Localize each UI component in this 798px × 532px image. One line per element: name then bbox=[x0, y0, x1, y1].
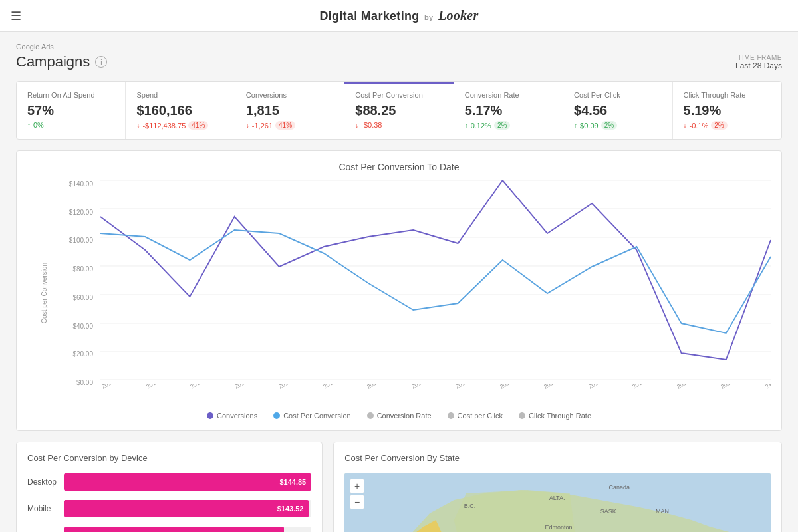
kpi-value: 1,815 bbox=[246, 103, 333, 118]
kpi-delta: ↑0% bbox=[27, 121, 114, 129]
kpi-delta: ↓-0.1% 2% bbox=[684, 121, 771, 130]
legend-cost-per-click[interactable]: Cost per Click bbox=[448, 412, 503, 420]
bar-value-mobile: $143.52 bbox=[277, 505, 304, 513]
kpi-value: 5.17% bbox=[465, 103, 552, 118]
bar-track-mobile: $143.52 bbox=[64, 500, 311, 517]
device-chart-section: Cost Per Conversion by Device Desktop $1… bbox=[16, 442, 323, 532]
bar-label-desktop: Desktop bbox=[27, 477, 64, 487]
kpi-card-spend[interactable]: Spend $160,166 ↓-$112,438.75 41% bbox=[126, 82, 235, 139]
line-chart-section: Cost Per Conversion To Date Cost per Con… bbox=[16, 150, 782, 431]
page-title: Campaigns i bbox=[16, 53, 107, 70]
map-label-man: MAN. bbox=[656, 508, 671, 515]
bar-track-desktop: $144.85 bbox=[64, 473, 311, 491]
page-content: Google Ads Campaigns i TIME FRAME Last 2… bbox=[0, 32, 798, 532]
map-label-edmonton: Edmonton bbox=[545, 524, 572, 531]
bottom-row: Cost Per Conversion by Device Desktop $1… bbox=[16, 442, 782, 532]
bar-row-mobile: Mobile $143.52 bbox=[27, 500, 311, 517]
chart-title: Cost Per Conversion To Date bbox=[27, 162, 771, 172]
time-frame: TIME FRAME Last 28 Days bbox=[735, 54, 782, 70]
kpi-delta: ↑$0.09 2% bbox=[574, 121, 661, 130]
kpi-delta: ↓-$0.38 bbox=[355, 121, 442, 129]
bar-fill-mobile: $143.52 bbox=[64, 500, 309, 517]
legend-conversion-rate[interactable]: Conversion Rate bbox=[367, 412, 432, 420]
kpi-card-conversion-rate[interactable]: Conversion Rate 5.17% ↑0.12% 2% bbox=[454, 82, 563, 139]
y-axis-label: Cost per Conversion bbox=[41, 263, 48, 323]
bar-row-tablet: Tablet $129.06 bbox=[27, 527, 311, 532]
app-title: Digital Marketing by Looker bbox=[319, 8, 478, 23]
kpi-card-click-through-rate[interactable]: Click Through Rate 5.19% ↓-0.1% 2% bbox=[673, 82, 781, 139]
map-placeholder: + − B.C. ALTA. SASK. MAN. Canada Edmonto… bbox=[344, 473, 771, 532]
kpi-label: Conversions bbox=[246, 91, 333, 99]
bar-value-desktop: $144.85 bbox=[279, 478, 306, 486]
map-section: Cost Per Conversion By State + bbox=[333, 442, 782, 532]
kpi-value: $88.25 bbox=[355, 103, 442, 118]
bar-row-desktop: Desktop $144.85 bbox=[27, 473, 311, 491]
kpi-row: Return On Ad Spend 57% ↑0% Spend $160,16… bbox=[16, 81, 782, 140]
menu-icon[interactable]: ☰ bbox=[11, 9, 21, 23]
map-label-sask: SASK. bbox=[600, 508, 618, 515]
map-svg bbox=[344, 473, 771, 532]
kpi-label: Spend bbox=[136, 91, 223, 99]
kpi-value: $160,166 bbox=[136, 103, 223, 118]
kpi-value: $4.56 bbox=[574, 103, 661, 118]
header: ☰ Digital Marketing by Looker bbox=[0, 0, 798, 32]
info-icon[interactable]: i bbox=[95, 56, 107, 68]
kpi-value: 5.19% bbox=[684, 103, 771, 118]
kpi-label: Return On Ad Spend bbox=[27, 91, 114, 99]
map-controls: + − bbox=[350, 479, 364, 509]
page-title-row: Campaigns i TIME FRAME Last 28 Days bbox=[16, 53, 782, 70]
kpi-value: 57% bbox=[27, 103, 114, 118]
legend-click-through-rate[interactable]: Click Through Rate bbox=[519, 412, 591, 420]
bar-fill-desktop: $144.85 bbox=[64, 473, 311, 491]
zoom-in-button[interactable]: + bbox=[350, 479, 364, 493]
kpi-label: Cost Per Conversion bbox=[355, 91, 442, 99]
chart-legend: Conversions Cost Per Conversion Conversi… bbox=[27, 412, 771, 420]
bar-track-tablet: $129.06 bbox=[64, 527, 311, 532]
map-title: Cost Per Conversion By State bbox=[344, 453, 771, 463]
kpi-label: Cost Per Click bbox=[574, 91, 661, 99]
kpi-card-cost-per-click[interactable]: Cost Per Click $4.56 ↑$0.09 2% bbox=[563, 82, 672, 139]
map-label-canada: Canada bbox=[608, 484, 630, 491]
legend-conversions[interactable]: Conversions bbox=[207, 412, 257, 420]
kpi-delta: ↑0.12% 2% bbox=[465, 121, 552, 130]
legend-cost-per-conversion[interactable]: Cost Per Conversion bbox=[273, 412, 351, 420]
bar-label-mobile: Mobile bbox=[27, 504, 64, 513]
kpi-card-return-on-ad-spend[interactable]: Return On Ad Spend 57% ↑0% bbox=[17, 82, 126, 139]
kpi-delta: ↓-1,261 41% bbox=[246, 121, 333, 130]
map-label-alta: ALTA. bbox=[549, 495, 565, 501]
bar-fill-tablet: $129.06 bbox=[64, 527, 284, 532]
kpi-label: Click Through Rate bbox=[684, 91, 771, 99]
device-chart-title: Cost Per Conversion by Device bbox=[27, 453, 311, 463]
breadcrumb: Google Ads bbox=[16, 43, 782, 51]
kpi-card-cost-per-conversion[interactable]: Cost Per Conversion $88.25 ↓-$0.38 bbox=[344, 82, 454, 139]
kpi-card-conversions[interactable]: Conversions 1,815 ↓-1,261 41% bbox=[235, 82, 344, 139]
line-chart-svg bbox=[100, 180, 771, 380]
zoom-out-button[interactable]: − bbox=[350, 495, 364, 509]
map-label-bc: B.C. bbox=[464, 503, 476, 509]
kpi-label: Conversion Rate bbox=[465, 91, 552, 99]
kpi-delta: ↓-$112,438.75 41% bbox=[136, 121, 223, 130]
